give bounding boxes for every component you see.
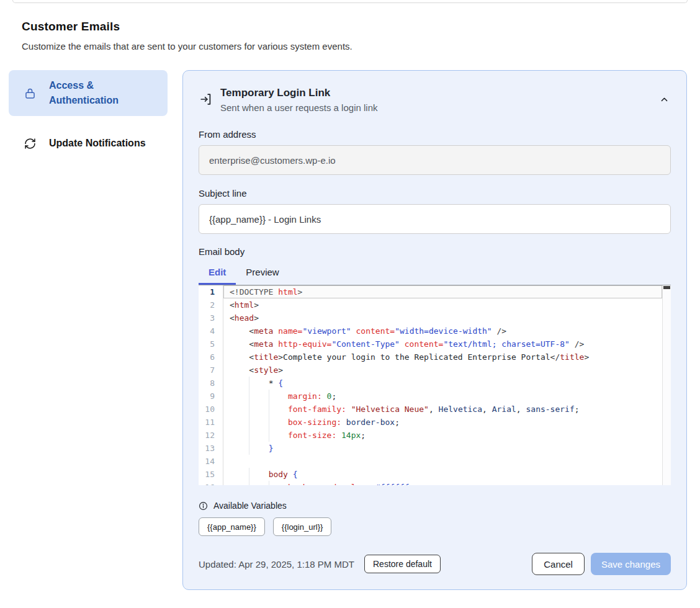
editor-line[interactable]: 1<!DOCTYPE html>: [199, 285, 671, 298]
editor-line[interactable]: 9 margin: 0;: [199, 390, 671, 403]
editor-line[interactable]: 15 body {: [199, 468, 671, 481]
subject-line-input[interactable]: [199, 204, 671, 234]
subject-line-label: Subject line: [199, 188, 671, 199]
editor-line[interactable]: 5 <meta http-equiv="Content-Type" conten…: [199, 338, 671, 351]
email-body-label: Email body: [199, 246, 671, 257]
line-number: 14: [199, 455, 223, 468]
line-number: 16: [199, 481, 223, 485]
email-settings-panel: Temporary Login Link Sent when a user re…: [182, 70, 687, 590]
editor-line[interactable]: 8 * {: [199, 377, 671, 390]
sidebar-item-label: Update Notifications: [49, 136, 146, 151]
tab-edit[interactable]: Edit: [199, 267, 236, 285]
editor-line[interactable]: 12 font-size: 14px;: [199, 429, 671, 442]
line-number: 2: [199, 298, 223, 311]
line-number: 7: [199, 364, 223, 377]
line-number: 4: [199, 324, 223, 338]
line-number: 10: [199, 403, 223, 416]
editor-line[interactable]: 10 font-family: "Helvetica Neue", Helvet…: [199, 403, 671, 416]
line-number: 12: [199, 429, 223, 442]
line-number: 8: [199, 377, 223, 390]
editor-line[interactable]: 7 <style>: [199, 364, 671, 377]
editor-line[interactable]: 11 box-sizing: border-box;: [199, 416, 671, 429]
line-number: 11: [199, 416, 223, 429]
restore-default-button[interactable]: Restore default: [364, 555, 441, 573]
panel-title: Temporary Login Link: [220, 87, 377, 99]
editor-line[interactable]: 16 background-color: #ffffff;: [199, 481, 671, 485]
info-icon: [199, 501, 208, 511]
line-number: 13: [199, 442, 223, 455]
available-variables-header: Available Variables: [199, 501, 671, 511]
line-number: 5: [199, 338, 223, 351]
line-number: 15: [199, 468, 223, 481]
collapse-button[interactable]: [657, 92, 671, 106]
page-header: Customer Emails Customize the emails tha…: [22, 20, 678, 51]
available-variables-label: Available Variables: [213, 501, 287, 511]
code-editor[interactable]: 1<!DOCTYPE html>2<html>3<head>4 <meta na…: [199, 285, 671, 485]
editor-line[interactable]: 6 <title>Complete your login to the Repl…: [199, 351, 671, 364]
editor-line[interactable]: 3<head>: [199, 311, 671, 324]
editor-tabs: Edit Preview: [199, 267, 671, 285]
tab-preview[interactable]: Preview: [236, 267, 289, 285]
panel-subtitle: Sent when a user requests a login link: [220, 102, 377, 113]
editor-line[interactable]: 4 <meta name="viewport" content="width=d…: [199, 324, 671, 338]
variable-chips: {{app_name}} {{login_url}}: [199, 517, 671, 536]
refresh-icon: [23, 136, 37, 150]
editor-line[interactable]: 14: [199, 455, 671, 468]
variable-chip-login-url[interactable]: {{login_url}}: [273, 517, 332, 536]
editor-line[interactable]: 13 }: [199, 442, 671, 455]
line-number: 3: [199, 311, 223, 324]
updated-timestamp: Updated: Apr 29, 2025, 1:18 PM MDT: [199, 559, 354, 570]
sidebar-item-update-notifications[interactable]: Update Notifications: [9, 128, 168, 159]
from-address-label: From address: [199, 129, 671, 140]
panel-header: Temporary Login Link Sent when a user re…: [199, 87, 671, 113]
sidebar-item-access-authentication[interactable]: Access & Authentication: [9, 70, 168, 116]
editor-line[interactable]: 2<html>: [199, 298, 671, 311]
chevron-up-icon: [660, 95, 669, 104]
sidebar-item-label: Access & Authentication: [49, 78, 158, 108]
editor-scrollbar-thumb[interactable]: [663, 286, 670, 289]
sidebar: Access & Authentication Update Notificat…: [9, 70, 168, 159]
lock-icon: [23, 86, 37, 100]
line-number: 6: [199, 351, 223, 364]
login-icon: [199, 92, 213, 106]
save-changes-button[interactable]: Save changes: [591, 553, 671, 575]
variable-chip-app-name[interactable]: {{app_name}}: [199, 517, 265, 536]
from-address-input: [199, 145, 671, 175]
previous-card-edge: [12, 0, 688, 3]
panel-footer: Updated: Apr 29, 2025, 1:18 PM MDT Resto…: [199, 553, 671, 575]
page-subtitle: Customize the emails that are sent to yo…: [22, 41, 678, 51]
cancel-button[interactable]: Cancel: [532, 553, 585, 575]
line-number: 1: [199, 285, 223, 298]
line-number: 9: [199, 390, 223, 403]
editor-scrollbar[interactable]: [662, 285, 671, 485]
page-title: Customer Emails: [22, 20, 678, 34]
code-lines: 1<!DOCTYPE html>2<html>3<head>4 <meta na…: [199, 285, 671, 485]
